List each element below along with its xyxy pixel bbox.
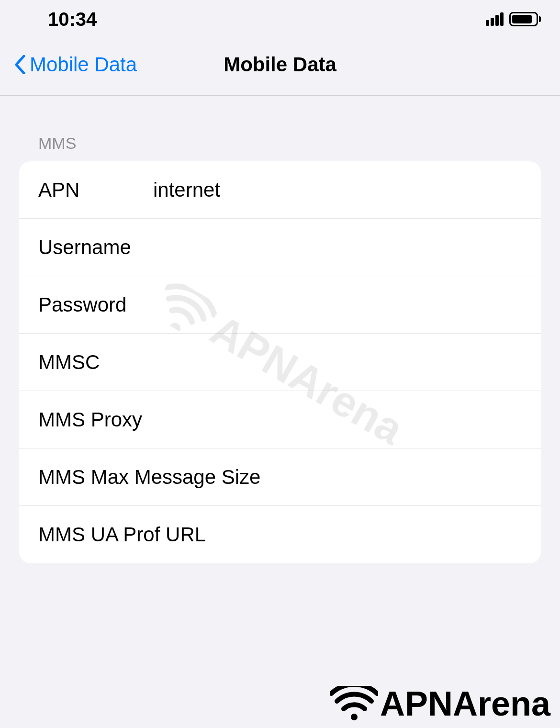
- status-time: 10:34: [48, 9, 97, 30]
- password-row[interactable]: Password: [19, 276, 541, 334]
- password-label: Password: [38, 293, 153, 316]
- password-input[interactable]: [153, 293, 522, 316]
- apn-label: APN: [38, 179, 153, 202]
- mmsc-row[interactable]: MMSC: [19, 334, 541, 391]
- navigation-bar: Mobile Data Mobile Data: [0, 38, 560, 96]
- mms-proxy-input[interactable]: [269, 408, 522, 431]
- back-button[interactable]: Mobile Data: [14, 53, 137, 76]
- back-label: Mobile Data: [30, 53, 137, 76]
- status-bar: 10:34: [0, 0, 560, 38]
- apn-row[interactable]: APN: [19, 161, 541, 219]
- page-title: Mobile Data: [224, 53, 336, 76]
- mms-proxy-row[interactable]: MMS Proxy: [19, 391, 541, 448]
- mms-ua-prof-label: MMS UA Prof URL: [38, 523, 522, 546]
- mmsc-label: MMSC: [38, 351, 153, 374]
- svg-point-0: [351, 714, 358, 720]
- chevron-left-icon: [14, 55, 26, 74]
- mms-ua-prof-row[interactable]: MMS UA Prof URL: [19, 506, 541, 563]
- battery-icon: [509, 12, 541, 26]
- mms-max-size-label: MMS Max Message Size: [38, 466, 522, 489]
- mms-max-size-row[interactable]: MMS Max Message Size: [19, 448, 541, 506]
- brand-footer: APNArena: [330, 684, 550, 723]
- cellular-signal-icon: [486, 12, 504, 26]
- apn-input[interactable]: [153, 179, 522, 202]
- username-row[interactable]: Username: [19, 219, 541, 276]
- section-header-mms: MMS: [0, 96, 560, 161]
- username-input[interactable]: [153, 236, 522, 259]
- status-indicators: [486, 12, 541, 26]
- wifi-icon: [330, 686, 378, 722]
- username-label: Username: [38, 236, 153, 259]
- mmsc-input[interactable]: [153, 351, 522, 374]
- mms-settings-group: APN Username Password MMSC MMS Proxy MMS…: [19, 161, 541, 563]
- mms-proxy-label: MMS Proxy: [38, 408, 269, 431]
